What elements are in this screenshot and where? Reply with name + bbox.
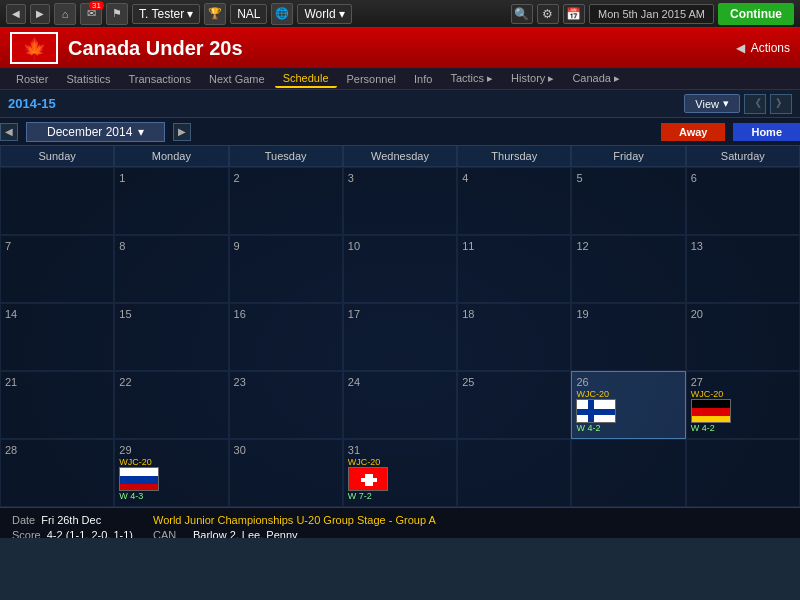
day-cell[interactable]: 10 — [343, 235, 457, 303]
day-cell[interactable]: 13 — [686, 235, 800, 303]
day-cell-dec29[interactable]: 29 WJC-20 W 4-3 — [114, 439, 228, 507]
settings-button[interactable]: ⚙ — [537, 4, 559, 24]
team-header: 🍁 Canada Under 20s ◀ Actions — [0, 28, 800, 68]
sub-nav: Roster Statistics Transactions Next Game… — [0, 68, 800, 90]
subnav-info[interactable]: Info — [406, 71, 440, 87]
subnav-transactions[interactable]: Transactions — [120, 71, 199, 87]
svg-rect-7 — [120, 476, 159, 484]
game-event-dec29[interactable]: WJC-20 W 4-3 — [119, 457, 223, 501]
world-section[interactable]: World ▾ — [297, 4, 351, 24]
game-event-dec26[interactable]: WJC-20 W 4-2 — [576, 389, 680, 433]
team-can-scorers: Barlow 2, Lee, Penny — [193, 529, 298, 538]
info-detail-col: World Junior Championships U-20 Group St… — [153, 514, 788, 538]
away-button[interactable]: Away — [661, 123, 726, 141]
day-cell[interactable]: 7 — [0, 235, 114, 303]
switzerland-flag — [348, 467, 388, 491]
actions-button[interactable]: Actions — [751, 41, 790, 55]
subnav-history[interactable]: History ▸ — [503, 70, 562, 87]
search-button[interactable]: 🔍 — [511, 4, 533, 24]
svg-rect-6 — [120, 468, 159, 476]
trophy-icon[interactable]: 🏆 — [204, 3, 226, 25]
next-next-button[interactable]: 》 — [770, 94, 792, 114]
day-cell[interactable]: 19 — [571, 303, 685, 371]
day-cell[interactable]: 22 — [114, 371, 228, 439]
score-label: Score — [12, 529, 41, 538]
day-cell[interactable]: 17 — [343, 303, 457, 371]
home-button[interactable]: Home — [733, 123, 800, 141]
day-cell[interactable] — [457, 439, 571, 507]
day-cell[interactable]: 11 — [457, 235, 571, 303]
day-cell[interactable]: 24 — [343, 371, 457, 439]
month-nav: ◀ December 2014 ▾ ▶ Away Home — [0, 118, 800, 146]
game-event-dec27[interactable]: WJC-20 W 4-2 — [691, 389, 795, 433]
prev-prev-button[interactable]: 《 — [744, 94, 766, 114]
subnav-roster[interactable]: Roster — [8, 71, 56, 87]
svg-rect-8 — [120, 484, 159, 491]
day-header-monday: Monday — [114, 146, 228, 167]
day-cell[interactable]: 21 — [0, 371, 114, 439]
day-cell[interactable]: 28 — [0, 439, 114, 507]
prev-month-button[interactable]: ◀ — [0, 123, 18, 141]
month-display: December 2014 ▾ — [26, 122, 165, 142]
day-cell-dec27[interactable]: 27 WJC-20 W 4-2 — [686, 371, 800, 439]
day-cell[interactable]: 9 — [229, 235, 343, 303]
date-label: Date — [12, 514, 35, 526]
next-month-button[interactable]: ▶ — [173, 123, 191, 141]
day-cell[interactable]: 2 — [229, 167, 343, 235]
day-cell[interactable]: 30 — [229, 439, 343, 507]
day-cell[interactable]: 8 — [114, 235, 228, 303]
user-name: T. Tester — [139, 7, 184, 21]
continue-button[interactable]: Continue — [718, 3, 794, 25]
day-cell[interactable]: 23 — [229, 371, 343, 439]
month-label: December 2014 — [47, 125, 132, 139]
day-cell[interactable]: 5 — [571, 167, 685, 235]
day-cell[interactable]: 18 — [457, 303, 571, 371]
day-cell-dec31[interactable]: 31 WJC-20 W 7-2 — [343, 439, 457, 507]
tactics-icon[interactable]: ⚑ — [106, 3, 128, 25]
user-section[interactable]: T. Tester ▾ — [132, 4, 200, 24]
team-flag: 🍁 — [10, 32, 58, 64]
mail-icon[interactable]: ✉ 31 — [80, 3, 102, 25]
subnav-schedule[interactable]: Schedule — [275, 70, 337, 88]
day-cell[interactable]: 20 — [686, 303, 800, 371]
day-cell[interactable]: 25 — [457, 371, 571, 439]
day-cell[interactable]: 1 — [114, 167, 228, 235]
subnav-personnel[interactable]: Personnel — [339, 71, 405, 87]
back-button[interactable]: ◀ — [6, 4, 26, 24]
view-button[interactable]: View ▾ — [684, 94, 740, 113]
day-cell[interactable]: 14 — [0, 303, 114, 371]
calendar-button[interactable]: 📅 — [563, 4, 585, 24]
day-cell[interactable]: 12 — [571, 235, 685, 303]
day-header-thursday: Thursday — [457, 146, 571, 167]
globe-icon[interactable]: 🌐 — [271, 3, 293, 25]
day-cell[interactable]: 4 — [457, 167, 571, 235]
forward-button[interactable]: ▶ — [30, 4, 50, 24]
game-event-dec31[interactable]: WJC-20 W 7-2 — [348, 457, 452, 501]
day-cell[interactable] — [0, 167, 114, 235]
top-bar: ◀ ▶ ⌂ ✉ 31 ⚑ T. Tester ▾ 🏆 NAL 🌐 World ▾… — [0, 0, 800, 28]
day-cell[interactable] — [571, 439, 685, 507]
year-label: 2014-15 — [8, 96, 684, 111]
league-section[interactable]: NAL — [230, 4, 267, 24]
subnav-canada[interactable]: Canada ▸ — [564, 70, 628, 87]
world-label: World — [304, 7, 335, 21]
svg-rect-3 — [692, 400, 731, 408]
day-cell[interactable]: 15 — [114, 303, 228, 371]
score-value: 4-2 (1-1, 2-0, 1-1) — [47, 529, 133, 538]
day-header-saturday: Saturday — [686, 146, 800, 167]
team-can-row: CAN Barlow 2, Lee, Penny — [153, 529, 788, 538]
svg-rect-5 — [692, 416, 731, 423]
day-cell[interactable]: 3 — [343, 167, 457, 235]
subnav-tactics[interactable]: Tactics ▸ — [442, 70, 501, 87]
year-bar: 2014-15 View ▾ 《 》 — [0, 90, 800, 118]
team-can-label: CAN — [153, 529, 183, 538]
day-cell-dec26[interactable]: 26 WJC-20 W 4-2 — [571, 371, 685, 439]
day-cell[interactable] — [686, 439, 800, 507]
subnav-next-game[interactable]: Next Game — [201, 71, 273, 87]
day-cell[interactable]: 6 — [686, 167, 800, 235]
view-label: View — [695, 98, 719, 110]
event-title: World Junior Championships U-20 Group St… — [153, 514, 788, 526]
home-icon[interactable]: ⌂ — [54, 3, 76, 25]
subnav-statistics[interactable]: Statistics — [58, 71, 118, 87]
day-cell[interactable]: 16 — [229, 303, 343, 371]
